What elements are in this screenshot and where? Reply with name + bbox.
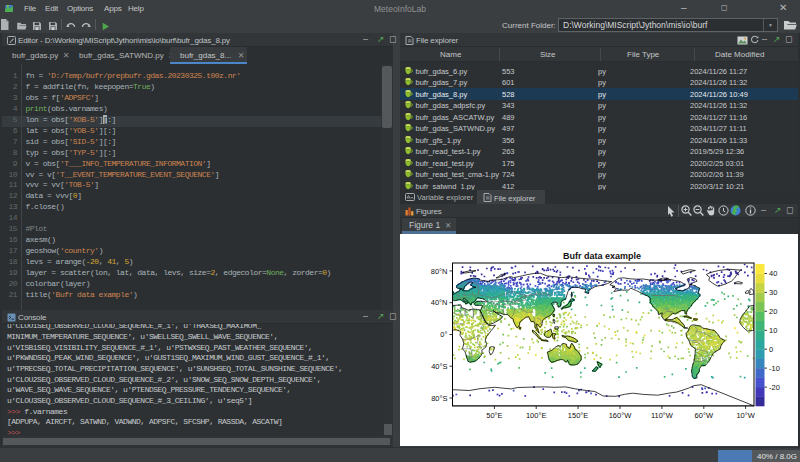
svg-text:Bufr data example: Bufr data example (563, 251, 641, 261)
svg-text:30: 30 (769, 288, 777, 297)
svg-text:-20: -20 (769, 383, 780, 392)
svg-text:40°N: 40°N (431, 298, 448, 307)
svg-text:50°E: 50°E (486, 411, 502, 420)
svg-text:20: 20 (769, 307, 777, 316)
svg-text:40°S: 40°S (431, 362, 447, 371)
svg-text:-10: -10 (769, 364, 780, 373)
svg-text:0°: 0° (440, 330, 447, 339)
svg-text:80°S: 80°S (431, 394, 447, 403)
svg-text:0: 0 (769, 345, 773, 354)
svg-text:150°E: 150°E (568, 411, 589, 420)
svg-text:10: 10 (769, 326, 777, 335)
svg-text:10°W: 10°W (736, 411, 755, 420)
svg-text:110°W: 110°W (651, 411, 674, 420)
svg-text:80°N: 80°N (431, 267, 448, 276)
svg-text:160°W: 160°W (609, 411, 633, 420)
svg-text:100°E: 100°E (526, 411, 547, 420)
svg-text:40: 40 (769, 269, 777, 278)
svg-text:60°W: 60°W (695, 411, 714, 420)
